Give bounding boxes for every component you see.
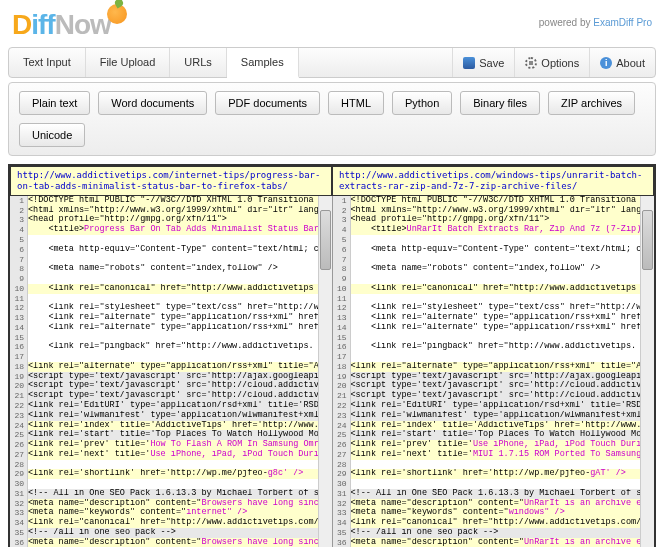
line-number: 9 <box>10 274 28 284</box>
save-button[interactable]: Save <box>452 48 514 77</box>
code-line[interactable]: 21<script type='text/javascript' src='ht… <box>333 391 655 401</box>
code-line[interactable]: 15 <box>333 333 655 343</box>
options-button[interactable]: Options <box>514 48 589 77</box>
scroll-thumb[interactable] <box>320 210 331 270</box>
code-line[interactable]: 30 <box>10 479 332 489</box>
code-line[interactable]: 2<html xmlns="http://www.w3.org/1999/xht… <box>333 206 655 216</box>
tab-samples[interactable]: Samples <box>227 48 299 78</box>
code-line[interactable]: 22<link rel='EditURI' type='application/… <box>10 401 332 411</box>
code-line[interactable]: 1<!DOCTYPE html PUBLIC "-//W3C//DTD XHTM… <box>333 196 655 206</box>
scroll-thumb[interactable] <box>642 210 653 270</box>
code-line[interactable]: 2<html xmlns="http://www.w3.org/1999/xht… <box>10 206 332 216</box>
code-line[interactable]: 26<link rel='prev' title='Use iPhone, iP… <box>333 440 655 450</box>
code-line[interactable]: 27<link rel='next' title='MIUI 1.7.15 RO… <box>333 450 655 460</box>
code-line[interactable]: 16 <link rel="pingback" href="http://www… <box>333 342 655 352</box>
tab-text-input[interactable]: Text Input <box>9 48 86 77</box>
sample-html[interactable]: HTML <box>328 91 384 115</box>
code-line[interactable]: 13 <link rel="alternate" type="applicati… <box>333 313 655 323</box>
code-line[interactable]: 25<link rel='start' title='Top Places To… <box>333 430 655 440</box>
right-pane[interactable]: 1<!DOCTYPE html PUBLIC "-//W3C//DTD XHTM… <box>333 196 655 547</box>
line-number: 14 <box>10 323 28 333</box>
code-line[interactable]: 19<script type='text/javascript' src='ht… <box>10 372 332 382</box>
code-line[interactable]: 23<link rel='wlwmanifest' type='applicat… <box>333 411 655 421</box>
code-line[interactable]: 32<meta name="description" content="UnRa… <box>333 499 655 509</box>
examdiff-link[interactable]: ExamDiff Pro <box>593 17 652 28</box>
code-line[interactable]: 7 <box>333 255 655 265</box>
sample-plain-text[interactable]: Plain text <box>19 91 90 115</box>
code-line[interactable]: 7 <box>10 255 332 265</box>
tab-file-upload[interactable]: File Upload <box>86 48 171 77</box>
line-text: <link rel="pingback" href="http://www.ad… <box>351 342 655 352</box>
sample-python[interactable]: Python <box>392 91 452 115</box>
code-line[interactable]: 28 <box>333 460 655 470</box>
code-line[interactable]: 29<link rel='shortlink' href='http://wp.… <box>10 469 332 479</box>
code-line[interactable]: 33<meta name="keywords" content="interne… <box>10 508 332 518</box>
code-line[interactable]: 35<!-- /all in one seo pack --> <box>333 528 655 538</box>
sample-word[interactable]: Word documents <box>98 91 207 115</box>
scrollbar-vertical[interactable] <box>318 196 332 547</box>
code-line[interactable]: 9 <box>10 274 332 284</box>
code-line[interactable]: 11 <box>10 294 332 304</box>
code-line[interactable]: 20<script type='text/javascript' src='ht… <box>333 381 655 391</box>
code-line[interactable]: 10 <link rel="canonical" href="http://ww… <box>333 284 655 294</box>
line-number: 12 <box>10 303 28 313</box>
left-pane[interactable]: 1<!DOCTYPE html PUBLIC "-//W3C//DTD XHTM… <box>10 196 333 547</box>
code-line[interactable]: 20<script type='text/javascript' src='ht… <box>10 381 332 391</box>
code-line[interactable]: 8 <meta name="robots" content="index,fol… <box>10 264 332 274</box>
code-line[interactable]: 13 <link rel="alternate" type="applicati… <box>10 313 332 323</box>
code-line[interactable]: 1<!DOCTYPE html PUBLIC "-//W3C//DTD XHTM… <box>10 196 332 206</box>
sample-zip[interactable]: ZIP archives <box>548 91 635 115</box>
code-line[interactable]: 33<meta name="keywords" content="windows… <box>333 508 655 518</box>
line-text <box>28 460 332 470</box>
code-line[interactable]: 29<link rel='shortlink' href='http://wp.… <box>333 469 655 479</box>
code-line[interactable]: 18<link rel="alternate" type="applicatio… <box>333 362 655 372</box>
code-line[interactable]: 25<link rel='start' title='Top Places To… <box>10 430 332 440</box>
code-line[interactable]: 6 <meta http-equiv="Content-Type" conten… <box>333 245 655 255</box>
code-line[interactable]: 10 <link rel="canonical" href="http://ww… <box>10 284 332 294</box>
code-line[interactable]: 4 <title>UnRarIt Batch Extracts Rar, Zip… <box>333 225 655 235</box>
code-line[interactable]: 24<link rel='index' title='AddictiveTips… <box>10 421 332 431</box>
about-button[interactable]: iAbout <box>589 48 655 77</box>
code-line[interactable]: 3<head profile="http://gmpg.org/xfn/11"> <box>10 215 332 225</box>
code-line[interactable]: 12 <link rel="stylesheet" type="text/css… <box>333 303 655 313</box>
code-line[interactable]: 32<meta name="description" content="Brow… <box>10 499 332 509</box>
code-line[interactable]: 34<link rel="canonical" href="http://www… <box>333 518 655 528</box>
sample-pdf[interactable]: PDF documents <box>215 91 320 115</box>
code-line[interactable]: 17 <box>10 352 332 362</box>
code-line[interactable]: 24<link rel='index' title='AddictiveTips… <box>333 421 655 431</box>
code-line[interactable]: 28 <box>10 460 332 470</box>
code-line[interactable]: 14 <link rel="alternate" type="applicati… <box>333 323 655 333</box>
code-line[interactable]: 18<link rel="alternate" type="applicatio… <box>10 362 332 372</box>
code-line[interactable]: 22<link rel='EditURI' type='application/… <box>333 401 655 411</box>
scrollbar-vertical[interactable] <box>640 196 654 547</box>
code-line[interactable]: 23<link rel='wlwmanifest' type='applicat… <box>10 411 332 421</box>
code-line[interactable]: 14 <link rel="alternate" type="applicati… <box>10 323 332 333</box>
code-line[interactable]: 9 <box>333 274 655 284</box>
code-line[interactable]: 3<head profile="http://gmpg.org/xfn/11"> <box>333 215 655 225</box>
code-line[interactable]: 5 <box>333 235 655 245</box>
code-line[interactable]: 21<script type='text/javascript' src='ht… <box>10 391 332 401</box>
code-line[interactable]: 6 <meta http-equiv="Content-Type" conten… <box>10 245 332 255</box>
code-line[interactable]: 4 <title>Progress Bar On Tab Adds Minima… <box>10 225 332 235</box>
code-line[interactable]: 31<!-- All in One SEO Pack 1.6.13.3 by M… <box>10 489 332 499</box>
code-line[interactable]: 17 <box>333 352 655 362</box>
code-line[interactable]: 11 <box>333 294 655 304</box>
code-line[interactable]: 35<!-- /all in one seo pack --> <box>10 528 332 538</box>
code-line[interactable]: 27<link rel='next' title='Use iPhone, iP… <box>10 450 332 460</box>
code-line[interactable]: 31<!-- All in One SEO Pack 1.6.13.3 by M… <box>333 489 655 499</box>
line-text: <link rel='wlwmanifest' type='applicatio… <box>351 411 655 421</box>
code-line[interactable]: 36<meta name="description" content="UnRa… <box>333 538 655 547</box>
sample-unicode[interactable]: Unicode <box>19 123 85 147</box>
code-line[interactable]: 19<script type='text/javascript' src='ht… <box>333 372 655 382</box>
code-line[interactable]: 15 <box>10 333 332 343</box>
code-line[interactable]: 16 <link rel="pingback" href="http://www… <box>10 342 332 352</box>
code-line[interactable]: 26<link rel='prev' title='How To Flash A… <box>10 440 332 450</box>
sample-binary[interactable]: Binary files <box>460 91 540 115</box>
tab-urls[interactable]: URLs <box>170 48 227 77</box>
code-line[interactable]: 8 <meta name="robots" content="index,fol… <box>333 264 655 274</box>
code-line[interactable]: 36<meta name="description" content="Brow… <box>10 538 332 547</box>
code-line[interactable]: 12 <link rel="stylesheet" type="text/css… <box>10 303 332 313</box>
code-line[interactable]: 5 <box>10 235 332 245</box>
code-line[interactable]: 30 <box>333 479 655 489</box>
code-line[interactable]: 34<link rel="canonical" href="http://www… <box>10 518 332 528</box>
